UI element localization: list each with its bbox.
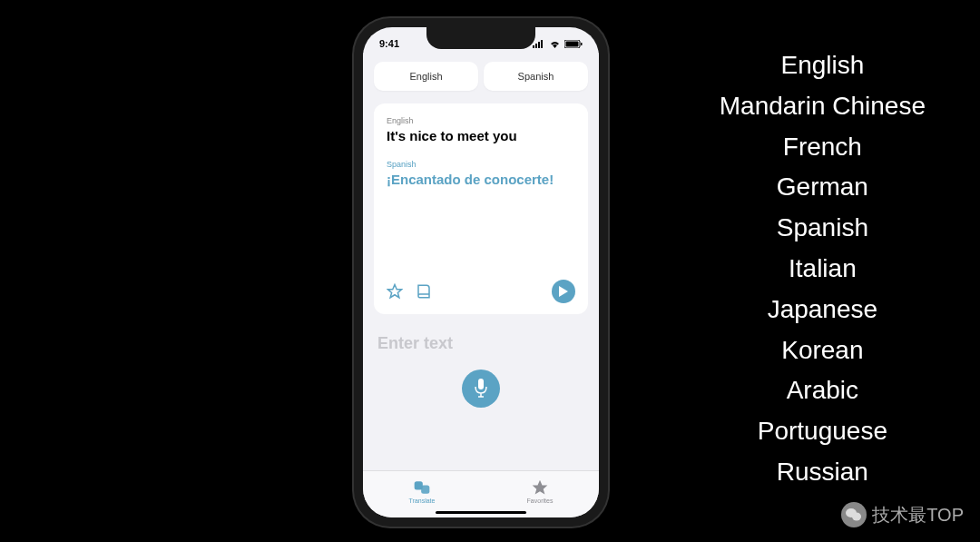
play-audio-button[interactable] (552, 280, 575, 303)
tab-favorites-label: Favorites (527, 498, 554, 504)
watermark-text: 技术最TOP (872, 503, 964, 527)
tab-translate-label: Translate (409, 498, 436, 504)
svg-rect-3 (541, 40, 543, 48)
language-item: Portuguese (720, 411, 926, 452)
language-selector: English Spanish (363, 53, 599, 100)
language-item: French (720, 127, 926, 168)
svg-point-14 (852, 513, 861, 521)
microphone-icon (474, 379, 488, 399)
wifi-icon (549, 40, 561, 48)
input-placeholder: Enter text (377, 334, 584, 353)
phone-screen: 9:41 English Spanish English It's nice t… (363, 27, 599, 517)
svg-rect-2 (538, 42, 540, 48)
language-item: Korean (720, 330, 926, 371)
tab-favorites[interactable]: Favorites (481, 471, 599, 510)
language-item: German (720, 167, 926, 208)
watermark: 技术最TOP (841, 502, 964, 527)
svg-rect-6 (581, 43, 583, 45)
microphone-button[interactable] (462, 370, 500, 408)
translate-icon (412, 478, 432, 497)
supported-languages-list: English Mandarin Chinese French German S… (720, 45, 926, 493)
svg-marker-7 (388, 285, 402, 298)
mic-container (363, 362, 599, 411)
target-text: ¡Encantado de conocerte! (387, 171, 575, 189)
favorite-star-icon[interactable] (387, 283, 403, 300)
notch (426, 27, 535, 49)
svg-marker-12 (533, 479, 548, 494)
language-item: Arabic (720, 370, 926, 411)
status-icons (533, 40, 583, 48)
translation-card: English It's nice to meet you Spanish ¡E… (374, 103, 588, 314)
target-language-tab[interactable]: Spanish (484, 62, 588, 91)
tab-translate[interactable]: Translate (363, 471, 481, 510)
svg-rect-9 (478, 379, 484, 389)
source-language-label: English (387, 116, 575, 125)
tab-bar: Translate Favorites (363, 470, 599, 517)
svg-rect-1 (535, 44, 537, 48)
language-item: Spanish (720, 208, 926, 249)
phone-frame: 9:41 English Spanish English It's nice t… (354, 18, 608, 527)
favorites-star-icon (530, 478, 550, 497)
wechat-icon (841, 502, 867, 527)
play-icon (559, 286, 568, 297)
language-item: English (720, 45, 926, 86)
signal-icon (533, 40, 545, 48)
text-input-section[interactable]: Enter text (363, 318, 599, 362)
language-item: Japanese (720, 290, 926, 330)
action-left-group (387, 283, 432, 300)
dictionary-book-icon[interactable] (416, 283, 432, 300)
source-text: It's nice to meet you (387, 127, 575, 145)
source-language-tab[interactable]: English (374, 62, 478, 91)
target-language-label: Spanish (387, 160, 575, 169)
svg-rect-0 (533, 45, 534, 48)
language-item: Italian (720, 249, 926, 290)
svg-marker-8 (559, 286, 568, 297)
target-section: Spanish ¡Encantado de conocerte! (387, 160, 575, 189)
home-indicator[interactable] (436, 511, 526, 514)
language-item: Russian (720, 452, 926, 493)
battery-icon (564, 40, 583, 48)
svg-rect-11 (421, 485, 429, 493)
language-item: Mandarin Chinese (720, 86, 926, 127)
status-time: 9:41 (379, 38, 399, 49)
card-actions (387, 280, 575, 303)
svg-rect-5 (566, 41, 579, 46)
source-section: English It's nice to meet you (387, 116, 575, 145)
